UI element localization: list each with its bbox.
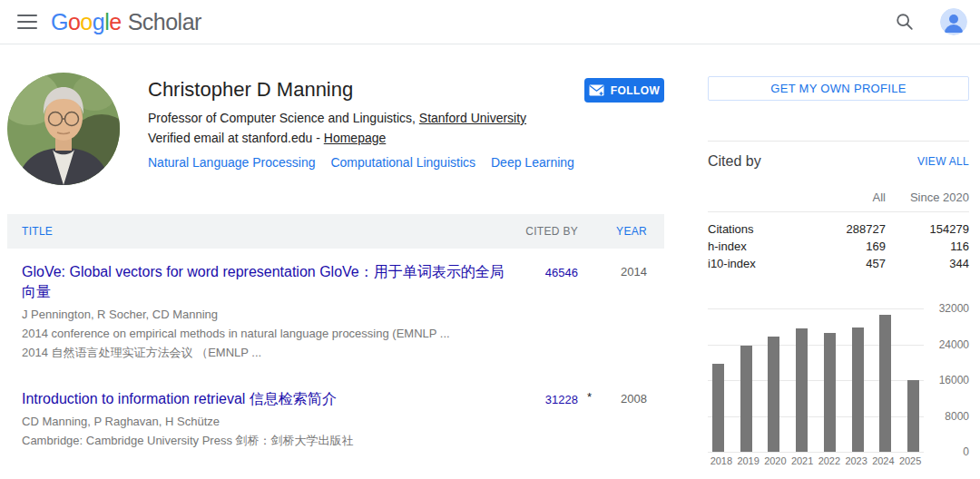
publication-year: 2014 — [589, 262, 647, 282]
chart-xtick-label: 2018 — [708, 455, 735, 466]
publication-info: Introduction to information retrieval 信息… — [22, 389, 520, 450]
stat-value-since: 116 — [886, 238, 969, 255]
topbar-actions — [893, 8, 967, 35]
chart-xtick-label: 2022 — [816, 455, 843, 466]
cited-by-sidebar: GET MY OWN PROFILE Cited by VIEW ALL All… — [708, 44, 969, 479]
verified-email: Verified email at stanford.edu - Homepag… — [148, 131, 584, 145]
search-icon[interactable] — [893, 10, 916, 34]
top-bar: Google Scholar — [0, 0, 980, 44]
chart-xtick-label: 2020 — [762, 455, 789, 466]
publication-authors: J Pennington, R Socher, CD Manning — [22, 305, 507, 324]
sort-by-title-link[interactable]: TITLE — [22, 225, 520, 238]
interest-computational-linguistics[interactable]: Computational Linguistics — [330, 155, 475, 170]
verified-text: Verified email at stanford.edu - — [148, 131, 324, 145]
page-content: Christopher D Manning Professor of Compu… — [0, 44, 980, 479]
profile-name: Christopher D Manning — [148, 78, 584, 102]
chart-ytick-label: 32000 — [931, 302, 969, 315]
merged-asterisk: * — [587, 387, 592, 407]
chart-bar-2019[interactable] — [740, 346, 752, 452]
stat-label: i10-index — [708, 255, 822, 272]
chart-xtick-label: 2024 — [870, 455, 897, 466]
stat-label: Citations — [708, 220, 822, 238]
stats-label-spacer — [708, 189, 822, 206]
publication-year: 2008 — [589, 389, 647, 409]
merged-asterisk: * — [587, 475, 592, 479]
cited-by-count-link[interactable]: 46546 — [545, 266, 578, 279]
chart-bar-2025[interactable] — [907, 380, 919, 452]
interest-deep-learning[interactable]: Deep Learning — [491, 155, 574, 170]
logo-letter: o — [68, 9, 80, 35]
sort-by-year-link[interactable]: YEAR — [589, 225, 647, 238]
chart-bar-2024[interactable] — [879, 315, 891, 452]
follow-label: FOLLOW — [611, 84, 660, 97]
profile-info: Christopher D Manning Professor of Compu… — [148, 73, 584, 185]
stat-row-h-index: h-index 169 116 — [708, 238, 969, 255]
interests: Natural Language Processing Computationa… — [148, 155, 584, 170]
cited-by-header: Cited by VIEW ALL — [708, 142, 969, 178]
chart-bar-2018[interactable] — [712, 364, 724, 452]
stat-value-all: 288727 — [822, 220, 886, 238]
chart-ytick-label: 16000 — [931, 374, 969, 386]
cited-by-count-link[interactable]: 31228 — [545, 393, 578, 406]
stat-value-since: 344 — [886, 255, 969, 272]
chart-xlabels: 20182019202020212022202320242025 — [708, 455, 924, 466]
menu-icon[interactable] — [9, 4, 45, 40]
publication-info: GloVe: Global vectors for word represent… — [22, 262, 520, 362]
publication-row: Introduction to Information Retrieval 信息… — [7, 464, 664, 479]
chart-ytick-label: 8000 — [931, 410, 969, 423]
chart-xtick-label: 2025 — [897, 455, 924, 466]
homepage-link[interactable]: Homepage — [324, 131, 387, 145]
publication-row: GloVe: Global vectors for word represent… — [7, 249, 664, 376]
view-all-link[interactable]: VIEW ALL — [917, 155, 969, 168]
publications-header-row: TITLE CITED BY YEAR — [7, 214, 664, 249]
publication-title-link[interactable]: GloVe: Global vectors for word represent… — [22, 262, 507, 302]
publication-venue-translated: 2014 自然语言处理实证方法会议 （EMNLP ... — [22, 343, 507, 362]
chart-xtick-label: 2023 — [843, 455, 870, 466]
chart-xtick-label: 2019 — [735, 455, 762, 466]
stat-value-all: 457 — [822, 255, 886, 272]
chart-bar-2021[interactable] — [796, 328, 808, 452]
logo-letter: G — [51, 9, 68, 35]
envelope-plus-icon — [589, 84, 604, 96]
chart-bar-2020[interactable] — [768, 337, 779, 452]
get-my-own-profile-button[interactable]: GET MY OWN PROFILE — [708, 76, 969, 101]
stats-divider — [708, 211, 969, 212]
menu-bar — [17, 15, 37, 16]
publication-authors: CD Manning, P Raghavan, H Schütze — [22, 412, 507, 431]
column-since-2020: Since 2020 — [886, 189, 969, 206]
stat-value-all: 169 — [822, 238, 886, 255]
stat-label: h-index — [708, 238, 822, 255]
chart-bar-2023[interactable] — [852, 327, 864, 452]
interest-natural-language-processing[interactable]: Natural Language Processing — [148, 155, 315, 170]
chart-xtick-label: 2021 — [789, 455, 816, 466]
menu-bar — [17, 21, 37, 23]
profile-affiliation: Professor of Computer Science and Lingui… — [148, 111, 584, 125]
chart-bar-2022[interactable] — [824, 333, 836, 452]
logo-letter: o — [80, 9, 92, 35]
chart-ytick-label: 24000 — [931, 338, 969, 351]
stats-rows: Citations 288727 154279 h-index 169 116 … — [708, 220, 969, 272]
menu-bar — [17, 27, 37, 29]
chart-plot: 32000240001600080000 — [708, 308, 924, 452]
cited-by-title: Cited by — [708, 153, 761, 170]
sort-by-citations-label: CITED BY — [520, 225, 578, 238]
logo-letter: e — [109, 9, 121, 35]
column-all: All — [822, 189, 886, 206]
citations-chart: 32000240001600080000 2018201920202021202… — [708, 308, 969, 466]
publication-row: Introduction to information retrieval 信息… — [7, 376, 664, 464]
publication-title-link[interactable]: Introduction to information retrieval 信息… — [22, 389, 507, 409]
scholar-profile-page: Google Scholar — [0, 0, 980, 479]
account-avatar[interactable] — [940, 8, 967, 35]
profile-main-column: Christopher D Manning Professor of Compu… — [7, 44, 664, 479]
stat-value-since: 154279 — [886, 220, 969, 238]
scholar-wordmark: Scholar — [128, 9, 201, 35]
google-scholar-logo[interactable]: Google Scholar — [51, 9, 201, 35]
cited-by-cell: 46546 — [520, 262, 578, 283]
stat-row-citations: Citations 288727 154279 — [708, 220, 969, 238]
follow-button[interactable]: FOLLOW — [584, 78, 664, 103]
chart-gridline — [708, 452, 924, 453]
citation-stats-table: All Since 2020 Citations 288727 154279 h… — [708, 189, 969, 272]
google-wordmark: Google — [51, 9, 122, 35]
affiliation-link[interactable]: Stanford University — [419, 111, 526, 125]
stats-column-headers: All Since 2020 — [708, 189, 969, 206]
